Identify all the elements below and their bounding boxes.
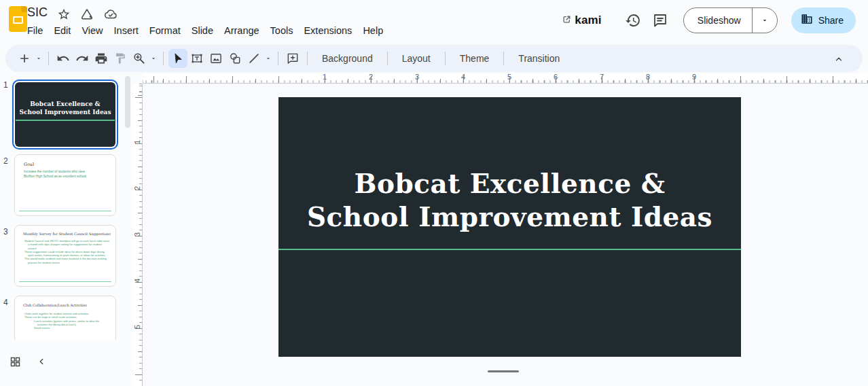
menu-tools[interactable]: Tools xyxy=(265,22,299,39)
thumbnail-title: Monthly Survey for Student Council Sugge… xyxy=(23,232,111,236)
version-history-icon[interactable] xyxy=(619,7,647,34)
ruler-number: 8 xyxy=(641,73,655,81)
thumbnail-body: Increase the number of students who view… xyxy=(24,170,96,179)
redo-icon xyxy=(75,52,89,65)
undo-button[interactable] xyxy=(54,49,73,68)
menu-format[interactable]: Format xyxy=(144,22,186,39)
slideshow-button-group: Slideshow xyxy=(683,7,778,33)
chevron-down-icon xyxy=(150,55,157,62)
menu-extensions[interactable]: Extensions xyxy=(298,22,357,39)
menu-help[interactable]: Help xyxy=(357,22,388,39)
slide-number: 1 xyxy=(3,80,8,90)
ruler-number: 5 xyxy=(503,73,516,81)
print-icon xyxy=(94,52,108,65)
cloud-status-icon[interactable] xyxy=(103,7,118,21)
document-title[interactable]: SIC xyxy=(27,5,48,20)
collapse-toolbar-button[interactable] xyxy=(830,50,848,68)
toolbar-separator xyxy=(278,52,278,65)
external-link-icon xyxy=(562,14,571,27)
toolbar-separator xyxy=(48,52,49,65)
menu-view[interactable]: View xyxy=(76,22,108,39)
ruler-number: 5 xyxy=(133,320,141,334)
slide-number: 2 xyxy=(3,156,8,166)
insert-line-button[interactable] xyxy=(245,49,264,68)
move-icon[interactable] xyxy=(80,7,94,21)
chevron-down-icon xyxy=(35,55,42,62)
menu-file[interactable]: File xyxy=(22,22,48,39)
text-box-icon xyxy=(190,52,204,65)
share-label: Share xyxy=(818,15,844,26)
vertical-ruler: 1 2 3 4 5 xyxy=(133,84,143,386)
chevron-down-icon xyxy=(265,55,272,62)
menu-slide[interactable]: Slide xyxy=(186,22,219,39)
paint-format-button[interactable] xyxy=(111,49,130,68)
slide-number: 4 xyxy=(3,298,8,307)
thumbnail-accent-line xyxy=(16,120,114,121)
share-button[interactable]: Share xyxy=(791,7,856,33)
redo-button[interactable] xyxy=(73,49,92,68)
toolbar-separator xyxy=(503,52,504,65)
insert-shape-button[interactable] xyxy=(225,49,245,68)
slide-thumbnail-4[interactable]: Club Collaboration/Lunch Activities Club… xyxy=(14,296,116,340)
slide-editor-canvas[interactable]: Bobcat Excellence & School Improvement I… xyxy=(278,97,741,357)
slideshow-dropdown-button[interactable] xyxy=(752,8,777,33)
thumbnail-accent-line xyxy=(19,281,111,282)
toolbar-separator xyxy=(387,52,388,65)
chevron-up-icon xyxy=(834,54,844,64)
ruler-number: 3 xyxy=(133,228,141,241)
new-slide-button[interactable] xyxy=(15,49,34,68)
thumbnail-title: Goal xyxy=(24,162,34,167)
insert-image-button[interactable] xyxy=(206,49,225,68)
select-tool-button[interactable] xyxy=(168,49,187,68)
domain-building-icon xyxy=(801,13,813,28)
background-button[interactable]: Background xyxy=(312,49,382,68)
menu-insert[interactable]: Insert xyxy=(109,22,144,39)
slideshow-label: Slideshow xyxy=(698,15,741,26)
slide-title-text[interactable]: Bobcat Excellence & School Improvement I… xyxy=(278,167,741,234)
grid-view-button[interactable] xyxy=(7,354,22,369)
slide-thumbnail-2[interactable]: Goal Increase the number of students who… xyxy=(14,154,116,216)
chevron-left-icon xyxy=(37,357,46,366)
zoom-in-icon xyxy=(132,52,146,65)
filmstrip-panel: 1 2 3 4 Bobcat Excellence & School Impro… xyxy=(0,73,132,340)
slide-thumbnail-3[interactable]: Monthly Survey for Student Council Sugge… xyxy=(14,225,116,287)
filmstrip-scrollbar[interactable] xyxy=(125,76,130,128)
kami-extension-button[interactable]: kami xyxy=(562,14,602,27)
star-icon[interactable] xyxy=(57,7,71,21)
ruler-number: 1 xyxy=(318,73,331,81)
insert-comment-button[interactable] xyxy=(283,49,302,68)
slide-number: 3 xyxy=(3,227,8,236)
thumbnail-bullets: Clubs work together for student interest… xyxy=(24,312,110,330)
slide-accent-line[interactable] xyxy=(278,249,741,250)
ruler-number: 7 xyxy=(595,73,609,81)
collapse-filmstrip-button[interactable] xyxy=(34,354,49,369)
menu-edit[interactable]: Edit xyxy=(48,22,76,39)
toolbar-separator xyxy=(163,52,164,65)
zoom-button[interactable] xyxy=(130,49,149,68)
text-box-button[interactable] xyxy=(187,49,206,68)
horizontal-ruler: 1 2 3 4 5 6 7 8 9 xyxy=(143,73,868,84)
zoom-dropdown[interactable] xyxy=(149,49,158,68)
comment-add-icon xyxy=(286,52,300,65)
shapes-icon xyxy=(228,52,242,65)
kami-label: kami xyxy=(575,14,602,27)
new-slide-dropdown[interactable] xyxy=(34,49,43,68)
theme-button[interactable]: Theme xyxy=(450,49,499,68)
print-button[interactable] xyxy=(92,49,111,68)
layout-button[interactable]: Layout xyxy=(393,49,440,68)
slideshow-button[interactable]: Slideshow xyxy=(684,8,752,33)
slide-thumbnail-1[interactable]: Bobcat Excellence & School Improvement I… xyxy=(12,80,118,150)
transition-button[interactable]: Transition xyxy=(509,49,569,68)
ruler-number: 2 xyxy=(364,73,378,81)
plus-icon xyxy=(18,52,31,65)
speaker-notes-resize-handle[interactable] xyxy=(488,370,519,372)
paint-roller-icon xyxy=(114,52,126,65)
ruler-number: 3 xyxy=(410,73,424,81)
line-dropdown[interactable] xyxy=(264,49,273,68)
cursor-icon xyxy=(172,52,184,65)
comment-history-icon[interactable] xyxy=(647,7,674,34)
menu-arrange[interactable]: Arrange xyxy=(219,22,265,39)
undo-icon xyxy=(56,52,70,65)
logo-fold xyxy=(21,6,27,12)
ruler-number: 9 xyxy=(687,73,701,81)
